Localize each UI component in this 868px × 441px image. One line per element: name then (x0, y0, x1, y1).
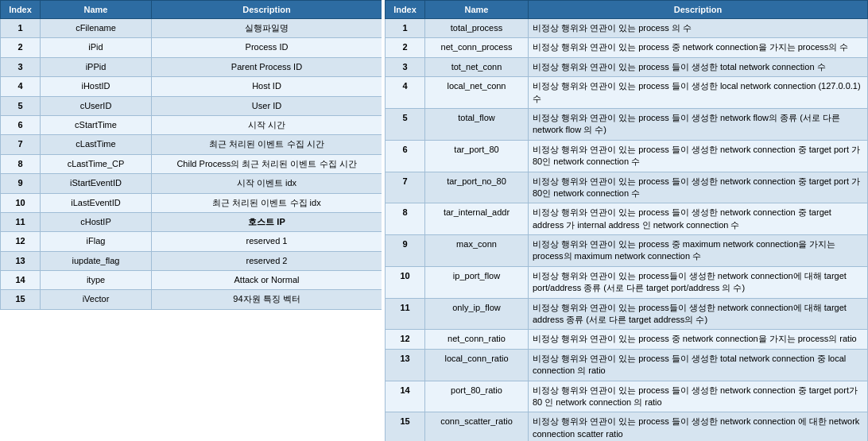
table-row: 6tar_port_80비정상 행위와 연관이 있는 process 들이 생성… (386, 140, 868, 172)
name-cell: cFilename (41, 19, 152, 38)
name-cell: iPid (41, 38, 152, 57)
desc-cell: 비정상 행위와 연관이 있는 process 의 수 (529, 19, 868, 38)
desc-cell: Host ID (152, 77, 382, 96)
index-cell: 3 (386, 57, 425, 76)
right-col-index: Index (386, 1, 425, 19)
name-cell: net_conn_ratio (425, 330, 529, 349)
desc-cell: Parent Process ID (152, 57, 382, 76)
table-row: 5total_flow비정상 행위와 연관이 있는 process 들이 생성한… (386, 108, 868, 140)
desc-cell: 비정상 행위와 연관이 있는 process들이 생성한 network con… (529, 266, 868, 298)
index-cell: 13 (1, 251, 41, 270)
desc-cell: 비정상 행위와 연관이 있는 process 들이 생성한 network co… (529, 140, 868, 172)
desc-cell: 호스트 IP (152, 212, 382, 231)
table-row: 12net_conn_ratio비정상 행위와 연관이 있는 process 중… (386, 330, 868, 349)
index-cell: 12 (1, 232, 41, 251)
index-cell: 8 (1, 154, 41, 173)
name-cell: total_flow (425, 108, 529, 140)
name-cell: cLastTime_CP (41, 154, 152, 173)
table-row: 10ip_port_flow비정상 행위와 연관이 있는 process들이 생… (386, 266, 868, 298)
name-cell: iupdate_flag (41, 251, 152, 270)
index-cell: 1 (386, 19, 425, 38)
name-cell: iPPid (41, 57, 152, 76)
name-cell: total_process (425, 19, 529, 38)
right-col-name: Name (425, 1, 529, 19)
table-row: 5cUserIDUser ID (1, 96, 382, 115)
name-cell: local_conn_ratio (425, 349, 529, 381)
table-row: 14port_80_ratio비정상 행위와 연관이 있는 process 들이… (386, 381, 868, 412)
table-row: 7tar_port_no_80비정상 행위와 연관이 있는 process 들이… (386, 172, 868, 203)
desc-cell: 시작 이벤트 idx (152, 174, 382, 193)
left-col-index: Index (1, 1, 41, 19)
desc-cell: 최근 처리된 이벤트 수집 시간 (152, 135, 382, 154)
index-cell: 5 (1, 96, 41, 115)
table-row: 13local_conn_ratio비정상 행위와 연관이 있는 process… (386, 349, 868, 381)
desc-cell: User ID (152, 96, 382, 115)
name-cell: tar_port_80 (425, 140, 529, 172)
table-row: 4iHostIDHost ID (1, 77, 382, 96)
index-cell: 10 (386, 266, 425, 298)
index-cell: 11 (1, 212, 41, 231)
name-cell: tar_internal_addr (425, 203, 529, 235)
desc-cell: 94자원 특징 벡터 (152, 290, 382, 309)
table-row: 11only_ip_flow비정상 행위와 연관이 있는 process들이 생… (386, 298, 868, 330)
index-cell: 1 (1, 19, 41, 38)
name-cell: cHostIP (41, 212, 152, 231)
table-row: 7cLastTime최근 처리된 이벤트 수집 시간 (1, 135, 382, 154)
desc-cell: 비정상 행위와 연관이 있는 process 중 maximum network… (529, 235, 868, 267)
index-cell: 7 (1, 135, 41, 154)
table-row: 9max_conn비정상 행위와 연관이 있는 process 중 maximu… (386, 235, 868, 267)
name-cell: iFlag (41, 232, 152, 251)
name-cell: port_80_ratio (425, 381, 529, 412)
desc-cell: 비정상 행위와 연관이 있는 process 들이 생성한 network co… (529, 381, 868, 412)
name-cell: cUserID (41, 96, 152, 115)
name-cell: cLastTime (41, 135, 152, 154)
table-row: 9iStartEventID시작 이벤트 idx (1, 174, 382, 193)
table-row: 2iPidProcess ID (1, 38, 382, 57)
desc-cell: Attack or Normal (152, 271, 382, 290)
table-row: 1cFilename실행파일명 (1, 19, 382, 38)
desc-cell: reserved 1 (152, 232, 382, 251)
name-cell: itype (41, 271, 152, 290)
table-row: 10iLastEventID최근 처리된 이벤트 수집 idx (1, 193, 382, 212)
name-cell: iStartEventID (41, 174, 152, 193)
index-cell: 10 (1, 193, 41, 212)
desc-cell: Process ID (152, 38, 382, 57)
index-cell: 15 (1, 290, 41, 309)
table-row: 3tot_net_conn비정상 행위와 연관이 있는 process 들이 생… (386, 57, 868, 76)
left-col-name: Name (41, 1, 152, 19)
desc-cell: Child Process의 최근 처리된 이벤트 수집 시간 (152, 154, 382, 173)
name-cell: tar_port_no_80 (425, 172, 529, 203)
index-cell: 6 (1, 115, 41, 134)
index-cell: 4 (386, 77, 425, 109)
desc-cell: 비정상 행위와 연관이 있는 process 중 network connect… (529, 38, 868, 57)
index-cell: 12 (386, 330, 425, 349)
index-cell: 6 (386, 140, 425, 172)
desc-cell: 비정상 행위와 연관이 있는 process 들이 생성한 network co… (529, 412, 868, 441)
table-row: 8tar_internal_addr비정상 행위와 연관이 있는 process… (386, 203, 868, 235)
name-cell: iHostID (41, 77, 152, 96)
index-cell: 3 (1, 57, 41, 76)
table-row: 4local_net_conn비정상 행위와 연관이 있는 process 들이… (386, 77, 868, 109)
index-cell: 5 (386, 108, 425, 140)
index-cell: 7 (386, 172, 425, 203)
table-row: 14itypeAttack or Normal (1, 271, 382, 290)
desc-cell: 비정상 행위와 연관이 있는 process 들이 생성한 total netw… (529, 349, 868, 381)
index-cell: 2 (1, 38, 41, 57)
index-cell: 14 (1, 271, 41, 290)
desc-cell: reserved 2 (152, 251, 382, 270)
table-row: 13iupdate_flagreserved 2 (1, 251, 382, 270)
table-row: 15iVector94자원 특징 벡터 (1, 290, 382, 309)
index-cell: 9 (386, 235, 425, 267)
desc-cell: 비정상 행위와 연관이 있는 process 중 network connect… (529, 330, 868, 349)
desc-cell: 비정상 행위와 연관이 있는 process들이 생성한 network con… (529, 298, 868, 330)
desc-cell: 시작 시간 (152, 115, 382, 134)
name-cell: iLastEventID (41, 193, 152, 212)
name-cell: max_conn (425, 235, 529, 267)
desc-cell: 비정상 행위와 연관이 있는 process 들이 생성한 network fl… (529, 108, 868, 140)
name-cell: ip_port_flow (425, 266, 529, 298)
desc-cell: 비정상 행위와 연관이 있는 process 들이 생성한 total netw… (529, 57, 868, 76)
name-cell: local_net_conn (425, 77, 529, 109)
table-row: 3iPPidParent Process ID (1, 57, 382, 76)
index-cell: 13 (386, 349, 425, 381)
table-row: 6cStartTime시작 시간 (1, 115, 382, 134)
